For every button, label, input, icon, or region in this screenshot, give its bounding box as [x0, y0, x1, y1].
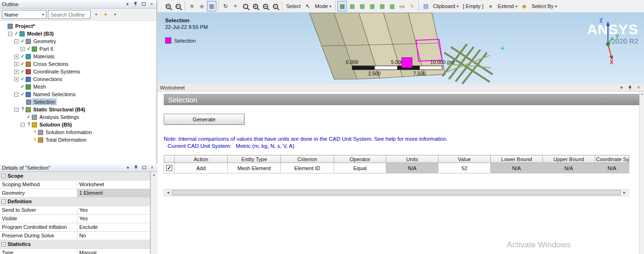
cell-entity-type[interactable]: Mesh Element — [228, 163, 281, 173]
filter-funnel-icon[interactable]: ▼ — [102, 10, 110, 19]
details-section-scope[interactable]: −Scope — [0, 172, 150, 181]
select-by-dropdown[interactable]: Select By▾ — [530, 3, 559, 9]
float-window-icon[interactable] — [140, 1, 147, 7]
zoom-out-icon[interactable]: − — [173, 1, 183, 11]
coordinates-icon[interactable]: xyz — [397, 1, 407, 11]
mesh-faces-icon[interactable]: ▦ — [367, 1, 377, 11]
minus-box-icon[interactable]: − — [8, 32, 12, 36]
select-elements-toggle-icon[interactable]: ▦ — [337, 1, 347, 11]
details-row-value[interactable]: No — [77, 232, 150, 240]
plus-box-icon[interactable]: + — [14, 77, 19, 82]
collapse-icon[interactable]: − — [1, 174, 6, 178]
tree-item-solution-information[interactable]: ϟSolution Information — [0, 128, 157, 136]
tree-item-mesh[interactable]: ✓Mesh — [0, 83, 157, 91]
details-row-type[interactable]: TypeManual — [0, 249, 150, 254]
row-checkbox[interactable]: ✓ — [166, 165, 172, 171]
plus-box-icon[interactable]: + — [14, 70, 19, 74]
column-header-entity-type[interactable]: Entity Type — [228, 155, 281, 163]
details-row-value[interactable]: Exclude — [77, 223, 150, 231]
cell-units[interactable]: N/A — [386, 163, 439, 173]
details-row-visible[interactable]: VisibleYes — [0, 215, 150, 223]
details-row-program-controlled-inflation[interactable]: Program Controlled InflationExclude — [0, 223, 150, 232]
model-geometry[interactable] — [158, 13, 644, 84]
zoom-in-icon[interactable]: + — [163, 1, 173, 11]
tree-item-project[interactable]: Project* — [0, 22, 157, 30]
chevron-down-icon[interactable]: ▾ — [125, 164, 131, 171]
details-section-definition[interactable]: −Definition — [0, 198, 150, 206]
worksheet-vertical-scrollbar[interactable]: ▲ — [639, 91, 644, 254]
table-row[interactable]: ✓AddMesh ElementElement IDEqualN/A52N/AN… — [164, 163, 629, 173]
column-header-coordinate-sy[interactable]: Coordinate Sy — [595, 155, 629, 163]
minus-box-icon[interactable]: − — [14, 39, 19, 44]
pin-icon[interactable] — [133, 164, 139, 171]
column-header-criterion[interactable]: Criterion — [281, 155, 334, 163]
details-row-send-to-solver[interactable]: Send to SolverYes — [0, 206, 150, 215]
chevron-down-icon[interactable]: ▾ — [618, 85, 625, 91]
column-header-operator[interactable]: Operator — [334, 155, 386, 163]
scroll-right-icon[interactable]: ► — [622, 190, 627, 195]
tree-item-static-structural-b4[interactable]: −?Static Structural (B4) — [0, 106, 157, 113]
tree-item-selection[interactable]: Selection — [0, 98, 157, 106]
selected-element[interactable] — [401, 57, 412, 68]
collapse-icon[interactable]: − — [1, 200, 6, 204]
cell-operator[interactable]: Equal — [334, 163, 386, 173]
mesh-elements-icon[interactable]: ▦ — [357, 1, 367, 11]
show-mesh-toggle-icon[interactable]: ▦ — [207, 1, 216, 11]
minus-box-icon[interactable]: − — [14, 92, 19, 97]
details-scrollbar[interactable]: ▲ — [150, 172, 157, 254]
tree-item-named-selections[interactable]: −✓Named Selections — [0, 91, 157, 98]
column-header-lower-bound[interactable]: Lower Bound — [491, 155, 543, 163]
search-input[interactable] — [48, 10, 91, 19]
details-row-value[interactable]: Yes — [77, 206, 150, 214]
named-selection-icon[interactable]: ▦ — [387, 1, 397, 11]
close-icon[interactable]: × — [149, 1, 155, 7]
cell-upper-bound[interactable]: N/A — [543, 163, 595, 173]
search-options-icon[interactable]: ▾ — [92, 10, 100, 19]
mode-dropdown[interactable]: Mode▾ — [313, 3, 334, 9]
rotate-icon[interactable]: ↻ — [221, 1, 230, 11]
close-icon[interactable]: × — [149, 164, 155, 171]
mesh-body-icon[interactable]: ▦ — [377, 1, 387, 11]
generate-button[interactable]: Generate — [164, 114, 244, 125]
magnify-out-icon[interactable]: − — [271, 1, 280, 11]
iso-view-icon[interactable]: ■ — [187, 1, 196, 11]
horizontal-scrollbar[interactable]: ◄ ► — [164, 189, 629, 196]
float-window-icon[interactable] — [141, 164, 147, 171]
tree-item-materials[interactable]: +✓Materials — [0, 53, 157, 60]
column-header-action[interactable]: Action — [175, 155, 228, 163]
clipboard-icon[interactable]: ▤ — [421, 1, 430, 11]
collapse-icon[interactable]: − — [1, 242, 6, 246]
tree-item-part-6[interactable]: +✓Part 6 — [0, 45, 157, 53]
zoom-box-icon[interactable] — [241, 1, 250, 11]
cell-criterion[interactable]: Element ID — [281, 163, 334, 173]
tree-item-connections[interactable]: +✓Connections — [0, 75, 157, 83]
expand-options-icon[interactable]: ▾ — [111, 10, 119, 19]
details-row-scoping-method[interactable]: Scoping MethodWorksheet — [0, 181, 150, 189]
tree-item-geometry[interactable]: −✓Geometry — [0, 37, 157, 45]
clipboard-dropdown[interactable]: Clipboard▾ — [431, 3, 460, 9]
cell-value[interactable]: 52 — [439, 163, 491, 173]
select-by-icon[interactable]: ◆ — [520, 1, 529, 11]
cell-action[interactable]: Add — [175, 163, 228, 173]
pin-icon[interactable] — [132, 1, 139, 7]
plus-box-icon[interactable]: + — [20, 47, 25, 51]
pan-icon[interactable]: + — [231, 1, 240, 11]
tree-item-solution-b5[interactable]: −?Solution (B5) — [0, 121, 157, 128]
plus-box-icon[interactable]: + — [14, 62, 19, 66]
look-at-icon[interactable]: ◆ — [197, 1, 206, 11]
details-row-value[interactable]: Worksheet — [77, 181, 150, 189]
details-section-statistics[interactable]: −Statistics — [0, 240, 150, 249]
details-row-preserve-during-solve[interactable]: Preserve During SolveNo — [0, 232, 150, 240]
cell-lower-bound[interactable]: N/A — [491, 163, 543, 173]
tree-item-cross-sections[interactable]: +✓Cross Sections — [0, 60, 157, 68]
scrollbar-thumb[interactable] — [172, 190, 621, 195]
details-row-value[interactable]: 1 Element — [77, 189, 150, 197]
select-cursor-icon[interactable]: ↖ — [303, 1, 313, 11]
convert-icon[interactable]: ϟ — [407, 1, 417, 11]
orientation-triad[interactable]: Z Y X — [598, 17, 623, 78]
chevron-down-icon[interactable]: ▾ — [124, 1, 131, 7]
magnify-in-icon[interactable]: + — [261, 1, 270, 11]
details-row-value[interactable]: Manual — [77, 249, 150, 254]
minus-box-icon[interactable]: − — [20, 123, 25, 127]
extend-dropdown[interactable]: Extend▾ — [496, 3, 519, 9]
